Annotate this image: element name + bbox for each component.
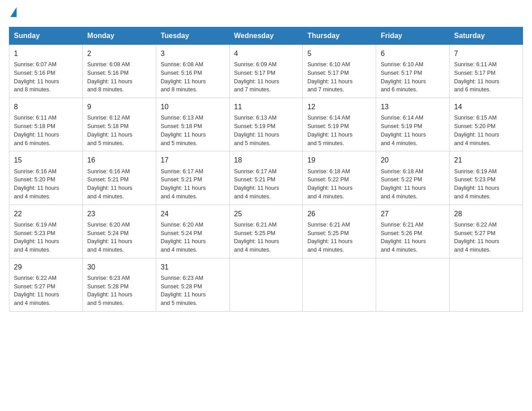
calendar-day-cell: 16Sunrise: 6:16 AMSunset: 5:21 PMDayligh… — [82, 151, 156, 205]
day-number: 30 — [87, 262, 151, 272]
day-number: 20 — [381, 155, 445, 165]
calendar-day-cell: 25Sunrise: 6:21 AMSunset: 5:25 PMDayligh… — [229, 205, 303, 258]
day-of-week-header: Wednesday — [229, 27, 303, 45]
day-info: Sunrise: 6:19 AMSunset: 5:23 PMDaylight:… — [14, 221, 78, 254]
day-info: Sunrise: 6:11 AMSunset: 5:18 PMDaylight:… — [14, 114, 78, 147]
day-info: Sunrise: 6:11 AMSunset: 5:17 PMDaylight:… — [454, 60, 518, 94]
calendar-day-cell: 9Sunrise: 6:12 AMSunset: 5:18 PMDaylight… — [82, 98, 156, 151]
calendar-day-cell — [450, 258, 523, 311]
calendar-day-cell: 8Sunrise: 6:11 AMSunset: 5:18 PMDaylight… — [9, 98, 83, 151]
day-info: Sunrise: 6:23 AMSunset: 5:28 PMDaylight:… — [87, 274, 151, 308]
day-number: 10 — [161, 102, 225, 112]
calendar-table: SundayMondayTuesdayWednesdayThursdayFrid… — [9, 27, 523, 312]
day-number: 19 — [307, 155, 371, 165]
day-info: Sunrise: 6:07 AMSunset: 5:16 PMDaylight:… — [14, 60, 78, 94]
page-header — [9, 9, 523, 19]
day-of-week-header: Sunday — [9, 27, 83, 45]
calendar-day-cell: 15Sunrise: 6:16 AMSunset: 5:20 PMDayligh… — [9, 151, 83, 205]
calendar-day-cell: 29Sunrise: 6:22 AMSunset: 5:27 PMDayligh… — [9, 258, 83, 311]
day-info: Sunrise: 6:12 AMSunset: 5:18 PMDaylight:… — [87, 114, 151, 147]
calendar-day-cell — [303, 258, 376, 311]
day-number: 14 — [454, 102, 518, 112]
day-number: 1 — [14, 48, 78, 59]
calendar-day-cell: 26Sunrise: 6:21 AMSunset: 5:25 PMDayligh… — [303, 205, 376, 258]
day-info: Sunrise: 6:15 AMSunset: 5:20 PMDaylight:… — [454, 114, 518, 147]
day-info: Sunrise: 6:22 AMSunset: 5:27 PMDaylight:… — [14, 274, 78, 308]
day-number: 15 — [14, 155, 78, 165]
calendar-day-cell: 6Sunrise: 6:10 AMSunset: 5:17 PMDaylight… — [376, 45, 450, 98]
day-number: 26 — [307, 209, 371, 219]
calendar-day-cell: 18Sunrise: 6:17 AMSunset: 5:21 PMDayligh… — [229, 151, 303, 205]
day-number: 21 — [454, 155, 518, 165]
calendar-day-cell: 12Sunrise: 6:14 AMSunset: 5:19 PMDayligh… — [303, 98, 376, 151]
day-info: Sunrise: 6:16 AMSunset: 5:20 PMDaylight:… — [14, 167, 78, 201]
day-number: 29 — [14, 262, 78, 272]
day-number: 6 — [381, 48, 445, 59]
calendar-header-row: SundayMondayTuesdayWednesdayThursdayFrid… — [9, 27, 523, 45]
day-of-week-header: Friday — [376, 27, 450, 45]
calendar-day-cell: 4Sunrise: 6:09 AMSunset: 5:17 PMDaylight… — [229, 45, 303, 98]
day-of-week-header: Saturday — [450, 27, 523, 45]
day-info: Sunrise: 6:16 AMSunset: 5:21 PMDaylight:… — [87, 167, 151, 201]
calendar-day-cell — [229, 258, 303, 311]
day-number: 3 — [161, 48, 225, 59]
day-info: Sunrise: 6:10 AMSunset: 5:17 PMDaylight:… — [307, 60, 371, 94]
day-info: Sunrise: 6:22 AMSunset: 5:27 PMDaylight:… — [454, 221, 518, 254]
day-number: 2 — [87, 48, 151, 59]
day-info: Sunrise: 6:17 AMSunset: 5:21 PMDaylight:… — [161, 167, 225, 201]
day-number: 16 — [87, 155, 151, 165]
calendar-day-cell: 3Sunrise: 6:08 AMSunset: 5:16 PMDaylight… — [156, 45, 229, 98]
day-info: Sunrise: 6:18 AMSunset: 5:22 PMDaylight:… — [381, 167, 445, 201]
day-number: 7 — [454, 48, 518, 59]
day-of-week-header: Tuesday — [156, 27, 229, 45]
calendar-day-cell: 24Sunrise: 6:20 AMSunset: 5:24 PMDayligh… — [156, 205, 229, 258]
calendar-day-cell: 14Sunrise: 6:15 AMSunset: 5:20 PMDayligh… — [450, 98, 523, 151]
day-number: 5 — [307, 48, 371, 59]
logo-arrow-icon — [10, 7, 17, 17]
day-number: 13 — [381, 102, 445, 112]
calendar-day-cell: 10Sunrise: 6:13 AMSunset: 5:18 PMDayligh… — [156, 98, 229, 151]
calendar-week-row: 15Sunrise: 6:16 AMSunset: 5:20 PMDayligh… — [9, 151, 523, 205]
calendar-day-cell: 7Sunrise: 6:11 AMSunset: 5:17 PMDaylight… — [450, 45, 523, 98]
logo — [9, 9, 17, 19]
day-of-week-header: Thursday — [303, 27, 376, 45]
day-info: Sunrise: 6:10 AMSunset: 5:17 PMDaylight:… — [381, 60, 445, 94]
calendar-day-cell: 31Sunrise: 6:23 AMSunset: 5:28 PMDayligh… — [156, 258, 229, 311]
calendar-day-cell: 21Sunrise: 6:19 AMSunset: 5:23 PMDayligh… — [450, 151, 523, 205]
day-info: Sunrise: 6:20 AMSunset: 5:24 PMDaylight:… — [87, 221, 151, 254]
day-number: 31 — [161, 262, 225, 272]
day-number: 4 — [234, 48, 298, 59]
calendar-day-cell — [376, 258, 450, 311]
day-info: Sunrise: 6:13 AMSunset: 5:18 PMDaylight:… — [161, 114, 225, 147]
day-number: 22 — [14, 209, 78, 219]
day-info: Sunrise: 6:23 AMSunset: 5:28 PMDaylight:… — [161, 274, 225, 308]
calendar-week-row: 29Sunrise: 6:22 AMSunset: 5:27 PMDayligh… — [9, 258, 523, 311]
day-of-week-header: Monday — [82, 27, 156, 45]
calendar-week-row: 22Sunrise: 6:19 AMSunset: 5:23 PMDayligh… — [9, 205, 523, 258]
day-number: 27 — [381, 209, 445, 219]
day-info: Sunrise: 6:14 AMSunset: 5:19 PMDaylight:… — [381, 114, 445, 147]
calendar-week-row: 8Sunrise: 6:11 AMSunset: 5:18 PMDaylight… — [9, 98, 523, 151]
calendar-day-cell: 23Sunrise: 6:20 AMSunset: 5:24 PMDayligh… — [82, 205, 156, 258]
calendar-day-cell: 11Sunrise: 6:13 AMSunset: 5:19 PMDayligh… — [229, 98, 303, 151]
day-info: Sunrise: 6:18 AMSunset: 5:22 PMDaylight:… — [307, 167, 371, 201]
day-info: Sunrise: 6:08 AMSunset: 5:16 PMDaylight:… — [161, 60, 225, 94]
calendar-day-cell: 22Sunrise: 6:19 AMSunset: 5:23 PMDayligh… — [9, 205, 83, 258]
day-number: 28 — [454, 209, 518, 219]
calendar-day-cell: 13Sunrise: 6:14 AMSunset: 5:19 PMDayligh… — [376, 98, 450, 151]
calendar-week-row: 1Sunrise: 6:07 AMSunset: 5:16 PMDaylight… — [9, 45, 523, 98]
day-number: 24 — [161, 209, 225, 219]
day-info: Sunrise: 6:08 AMSunset: 5:16 PMDaylight:… — [87, 60, 151, 94]
day-info: Sunrise: 6:14 AMSunset: 5:19 PMDaylight:… — [307, 114, 371, 147]
calendar-day-cell: 17Sunrise: 6:17 AMSunset: 5:21 PMDayligh… — [156, 151, 229, 205]
day-info: Sunrise: 6:19 AMSunset: 5:23 PMDaylight:… — [454, 167, 518, 201]
day-number: 23 — [87, 209, 151, 219]
calendar-day-cell: 20Sunrise: 6:18 AMSunset: 5:22 PMDayligh… — [376, 151, 450, 205]
day-info: Sunrise: 6:13 AMSunset: 5:19 PMDaylight:… — [234, 114, 298, 147]
day-info: Sunrise: 6:09 AMSunset: 5:17 PMDaylight:… — [234, 60, 298, 94]
day-number: 25 — [234, 209, 298, 219]
day-number: 9 — [87, 102, 151, 112]
day-number: 12 — [307, 102, 371, 112]
day-info: Sunrise: 6:21 AMSunset: 5:25 PMDaylight:… — [307, 221, 371, 254]
day-info: Sunrise: 6:17 AMSunset: 5:21 PMDaylight:… — [234, 167, 298, 201]
